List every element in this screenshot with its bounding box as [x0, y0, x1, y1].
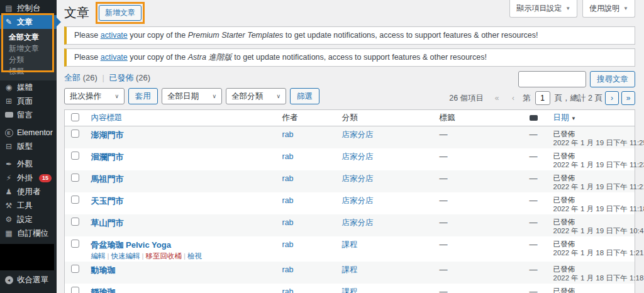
row-action-link[interactable]: 快速編輯	[111, 252, 140, 260]
next-page-button[interactable]: ›	[605, 91, 619, 105]
row-checkbox[interactable]	[71, 196, 79, 204]
table-row: 骨盆瑜珈 Pelvic Yoga編輯|快速編輯|移至回收桶|檢視rab課程——已…	[65, 236, 635, 262]
help-label: 使用說明	[589, 3, 619, 14]
comments-count: —	[530, 265, 538, 274]
search-input[interactable]	[518, 71, 586, 87]
trash-link[interactable]: 移至回收桶	[146, 252, 182, 260]
column-header-date[interactable]: 日期 ▼	[553, 113, 576, 122]
notice-premium-starter-templates: Please activate your copy of the Premium…	[64, 26, 635, 45]
row-checkbox[interactable]	[71, 152, 79, 160]
author-link[interactable]: rab	[282, 152, 294, 161]
category-link[interactable]: 課程	[342, 240, 358, 249]
tags-value: —	[440, 196, 448, 205]
help-button[interactable]: 使用說明 ▼	[582, 0, 635, 18]
total-items-count: 26 個項目	[449, 93, 484, 104]
filter-toolbar: 批次操作 ∨ 套用 全部日期 ∨ 全部分類 ∨ 篩選	[64, 88, 319, 104]
sidebar-item-users[interactable]: ♟使用者	[0, 185, 57, 199]
post-date: 2022 年 1 月 18 日下午 1:21	[553, 248, 629, 257]
post-status: 已發佈	[553, 152, 629, 160]
category-link[interactable]: 店家分店	[342, 152, 374, 161]
post-date: 2022 年 1 月 19 日下午 11:18	[553, 204, 629, 213]
post-title-link[interactable]: 天玉門市	[91, 196, 124, 206]
category-link[interactable]: 課程	[342, 287, 358, 293]
category-filter-select[interactable]: 全部分類 ∨	[226, 88, 286, 104]
chevron-down-icon: ∨	[212, 93, 216, 99]
author-link[interactable]: rab	[282, 240, 294, 249]
post-title-link[interactable]: 靜瑜珈	[91, 287, 116, 293]
sidebar-subitem-tags[interactable]: 標籤	[0, 65, 57, 77]
row-checkbox[interactable]	[71, 287, 79, 293]
current-page-input[interactable]	[535, 91, 550, 105]
category-link[interactable]: 課程	[342, 265, 358, 274]
sidebar-item-label: 文章	[17, 17, 33, 28]
admin-sidebar: ▤控制台✎文章全部文章新增文章分類標籤◉媒體⊞頁面留言EElementor⊟版型…	[0, 0, 57, 293]
sidebar-item-custom-fields[interactable]: ▦自訂欄位	[0, 226, 57, 240]
author-link[interactable]: rab	[282, 130, 294, 139]
sidebar-item-templates[interactable]: ⊟版型	[0, 140, 57, 153]
tags-value: —	[440, 240, 448, 249]
filter-button[interactable]: 篩選	[290, 88, 319, 104]
row-action-link[interactable]: 檢視	[187, 252, 202, 260]
category-link[interactable]: 店家分店	[342, 174, 374, 183]
category-link[interactable]: 店家分店	[342, 130, 374, 139]
row-action-link[interactable]: 編輯	[91, 252, 106, 260]
media-icon: ◉	[4, 84, 13, 91]
post-status: 已發佈	[553, 218, 629, 226]
row-checkbox[interactable]	[71, 130, 79, 138]
post-title-link[interactable]: 馬祖門市	[91, 174, 124, 184]
activate-link[interactable]: activate	[101, 53, 128, 62]
post-title-link[interactable]: 澎湖門市	[91, 130, 124, 140]
bulk-actions-select[interactable]: 批次操作 ∨	[64, 88, 125, 104]
row-checkbox[interactable]	[71, 265, 79, 273]
row-checkbox[interactable]	[71, 218, 79, 226]
dashboard-icon: ▤	[4, 4, 13, 12]
post-status: 已發佈	[553, 240, 629, 248]
last-page-button[interactable]: »	[621, 91, 635, 105]
row-checkbox[interactable]	[71, 174, 79, 182]
sidebar-item-comments[interactable]: 留言	[0, 108, 57, 122]
row-actions: 編輯|快速編輯|移至回收桶|檢視	[91, 252, 270, 260]
comments-count: —	[530, 218, 538, 227]
sidebar-item-dashboard[interactable]: ▤控制台	[0, 1, 57, 15]
column-header-tags: 標籤	[440, 113, 455, 122]
view-all-link[interactable]: 全部	[64, 73, 80, 82]
page-label-prefix: 第	[523, 93, 531, 104]
chevron-down-icon: ▼	[623, 6, 628, 11]
post-title-link[interactable]: 骨盆瑜珈 Pelvic Yoga	[91, 240, 171, 250]
sidebar-item-elementor[interactable]: EElementor	[0, 126, 57, 140]
sidebar-item-collapse-menu[interactable]: ◂收合選單	[0, 273, 57, 287]
view-published-link[interactable]: 已發佈	[109, 73, 133, 82]
author-link[interactable]: rab	[282, 218, 294, 227]
sidebar-item-pages[interactable]: ⊞頁面	[0, 94, 57, 108]
author-link[interactable]: rab	[282, 174, 294, 183]
sidebar-item-appearance[interactable]: ✒外觀	[0, 157, 57, 171]
author-link[interactable]: rab	[282, 265, 294, 274]
sidebar-subitem-categories[interactable]: 分類	[0, 54, 57, 65]
row-checkbox[interactable]	[71, 240, 79, 248]
category-link[interactable]: 店家分店	[342, 196, 374, 205]
apply-button[interactable]: 套用	[128, 88, 158, 104]
sidebar-item-media[interactable]: ◉媒體	[0, 80, 57, 94]
sidebar-item-posts[interactable]: ✎文章	[0, 15, 57, 29]
select-all-checkbox[interactable]	[71, 113, 79, 121]
search-posts-button[interactable]: 搜尋文章	[590, 71, 635, 87]
screen-options-button[interactable]: 顯示項目設定 ▼	[509, 0, 577, 18]
category-link[interactable]: 店家分店	[342, 218, 374, 227]
page-title: 文章	[64, 4, 89, 21]
post-title-link[interactable]: 動瑜珈	[91, 265, 116, 275]
sidebar-item-plugins[interactable]: ⚡外掛15	[0, 171, 57, 185]
date-filter-select[interactable]: 全部日期 ∨	[162, 88, 222, 104]
sidebar-item-tools[interactable]: ⚒工具	[0, 199, 57, 213]
author-link[interactable]: rab	[282, 287, 294, 293]
table-row: 草山門市rab店家分店——已發佈2022 年 1 月 19 日下午 10:41	[65, 214, 635, 236]
post-title-link[interactable]: 洄瀾門市	[91, 152, 124, 162]
notice-astra-pro: Please activate your copy of the Astra 進…	[64, 48, 635, 67]
sidebar-subitem-all-posts[interactable]: 全部文章	[0, 31, 57, 43]
sidebar-item-settings[interactable]: ⚙設定	[0, 213, 57, 226]
sidebar-subitem-add-new-post[interactable]: 新增文章	[0, 43, 57, 54]
add-new-post-button[interactable]: 新增文章	[99, 5, 142, 21]
post-title-link[interactable]: 草山門市	[91, 218, 124, 228]
column-header-title[interactable]: 內容標題	[91, 113, 123, 122]
author-link[interactable]: rab	[282, 196, 294, 205]
activate-link[interactable]: activate	[101, 31, 128, 40]
